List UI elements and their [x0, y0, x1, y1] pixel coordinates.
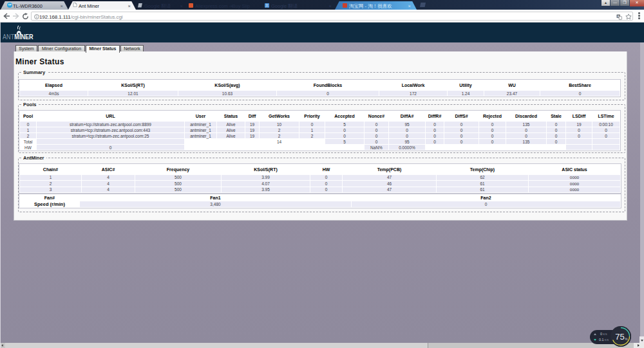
svg-text:75: 75 — [615, 332, 624, 342]
svg-text:%: % — [625, 337, 628, 341]
